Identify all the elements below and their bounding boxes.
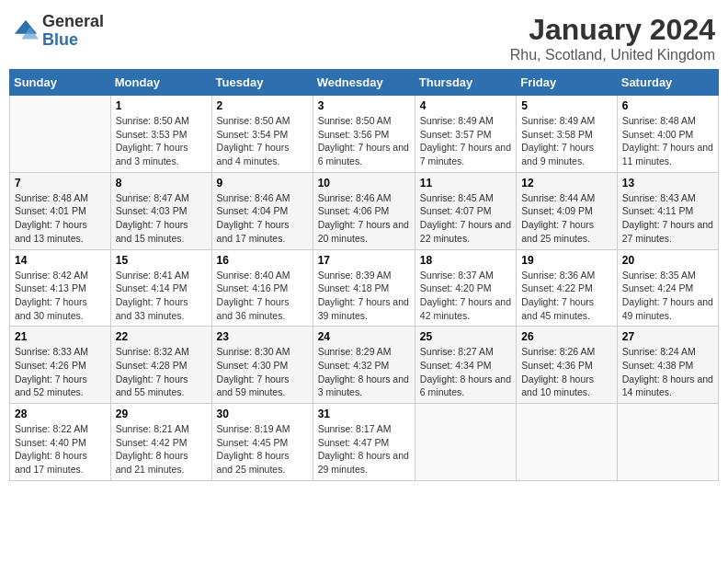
day-header-monday: Monday xyxy=(110,70,211,96)
day-number: 27 xyxy=(622,330,713,343)
day-number: 26 xyxy=(521,330,612,343)
day-info: Sunrise: 8:30 AMSunset: 4:30 PMDaylight:… xyxy=(217,346,290,397)
day-number: 24 xyxy=(318,330,410,343)
day-number: 31 xyxy=(318,408,410,420)
calendar-cell: 17Sunrise: 8:39 AMSunset: 4:18 PMDayligh… xyxy=(313,249,415,327)
day-info: Sunrise: 8:32 AMSunset: 4:28 PMDaylight:… xyxy=(116,346,189,397)
calendar-cell: 14Sunrise: 8:42 AMSunset: 4:13 PMDayligh… xyxy=(10,249,111,327)
day-number: 21 xyxy=(15,330,106,343)
calendar-cell: 6Sunrise: 8:48 AMSunset: 4:00 PMDaylight… xyxy=(617,96,718,173)
logo-icon xyxy=(13,18,39,44)
logo-general: General xyxy=(42,13,104,31)
calendar-cell: 9Sunrise: 8:46 AMSunset: 4:04 PMDaylight… xyxy=(211,172,313,249)
day-info: Sunrise: 8:17 AMSunset: 4:47 PMDaylight:… xyxy=(318,423,409,475)
calendar-cell xyxy=(10,96,111,173)
day-info: Sunrise: 8:45 AMSunset: 4:07 PMDaylight:… xyxy=(420,192,511,244)
day-info: Sunrise: 8:40 AMSunset: 4:16 PMDaylight:… xyxy=(217,270,290,321)
day-number: 25 xyxy=(420,330,511,343)
day-info: Sunrise: 8:43 AMSunset: 4:11 PMDaylight:… xyxy=(622,192,713,244)
calendar-cell: 7Sunrise: 8:48 AMSunset: 4:01 PMDaylight… xyxy=(10,172,111,249)
header: General Blue January 2024 Rhu, Scotland,… xyxy=(9,9,719,63)
header-row: SundayMondayTuesdayWednesdayThursdayFrid… xyxy=(10,70,719,96)
calendar-cell: 26Sunrise: 8:26 AMSunset: 4:36 PMDayligh… xyxy=(517,327,618,404)
day-number: 12 xyxy=(521,177,612,190)
day-info: Sunrise: 8:24 AMSunset: 4:38 PMDaylight:… xyxy=(622,346,713,397)
day-number: 29 xyxy=(116,408,207,420)
day-info: Sunrise: 8:19 AMSunset: 4:45 PMDaylight:… xyxy=(217,423,290,475)
day-info: Sunrise: 8:48 AMSunset: 4:01 PMDaylight:… xyxy=(15,192,88,244)
calendar-cell xyxy=(617,404,718,481)
day-header-friday: Friday xyxy=(517,70,618,96)
logo-blue: Blue xyxy=(42,31,104,50)
day-number: 2 xyxy=(217,99,308,112)
day-number: 23 xyxy=(217,330,308,343)
week-row-2: 7Sunrise: 8:48 AMSunset: 4:01 PMDaylight… xyxy=(10,172,719,249)
day-info: Sunrise: 8:27 AMSunset: 4:34 PMDaylight:… xyxy=(420,346,511,397)
day-info: Sunrise: 8:44 AMSunset: 4:09 PMDaylight:… xyxy=(521,192,595,244)
calendar-cell: 30Sunrise: 8:19 AMSunset: 4:45 PMDayligh… xyxy=(211,404,313,481)
day-number: 5 xyxy=(521,99,612,112)
day-number: 8 xyxy=(116,177,207,190)
calendar-cell: 20Sunrise: 8:35 AMSunset: 4:24 PMDayligh… xyxy=(617,249,718,327)
logo: General Blue xyxy=(13,13,104,50)
calendar-cell: 23Sunrise: 8:30 AMSunset: 4:30 PMDayligh… xyxy=(211,327,313,404)
day-info: Sunrise: 8:37 AMSunset: 4:20 PMDaylight:… xyxy=(420,270,511,321)
day-info: Sunrise: 8:42 AMSunset: 4:13 PMDaylight:… xyxy=(15,270,88,321)
calendar-cell: 19Sunrise: 8:36 AMSunset: 4:22 PMDayligh… xyxy=(517,249,618,327)
calendar-cell: 28Sunrise: 8:22 AMSunset: 4:40 PMDayligh… xyxy=(10,404,111,481)
day-header-wednesday: Wednesday xyxy=(313,70,415,96)
day-info: Sunrise: 8:35 AMSunset: 4:24 PMDaylight:… xyxy=(622,270,713,321)
calendar-cell: 1Sunrise: 8:50 AMSunset: 3:53 PMDaylight… xyxy=(110,96,211,173)
calendar-cell: 21Sunrise: 8:33 AMSunset: 4:26 PMDayligh… xyxy=(10,327,111,404)
calendar-cell: 25Sunrise: 8:27 AMSunset: 4:34 PMDayligh… xyxy=(415,327,516,404)
calendar-cell: 12Sunrise: 8:44 AMSunset: 4:09 PMDayligh… xyxy=(517,172,618,249)
day-number: 30 xyxy=(217,408,308,420)
day-number: 7 xyxy=(15,177,106,190)
week-row-5: 28Sunrise: 8:22 AMSunset: 4:40 PMDayligh… xyxy=(10,404,719,481)
week-row-4: 21Sunrise: 8:33 AMSunset: 4:26 PMDayligh… xyxy=(10,327,719,404)
calendar-cell: 13Sunrise: 8:43 AMSunset: 4:11 PMDayligh… xyxy=(617,172,718,249)
calendar-cell: 22Sunrise: 8:32 AMSunset: 4:28 PMDayligh… xyxy=(110,327,211,404)
calendar-cell: 5Sunrise: 8:49 AMSunset: 3:58 PMDaylight… xyxy=(517,96,618,173)
week-row-1: 1Sunrise: 8:50 AMSunset: 3:53 PMDaylight… xyxy=(10,96,719,173)
day-info: Sunrise: 8:39 AMSunset: 4:18 PMDaylight:… xyxy=(318,270,409,321)
week-row-3: 14Sunrise: 8:42 AMSunset: 4:13 PMDayligh… xyxy=(10,249,719,327)
day-number: 19 xyxy=(521,254,612,267)
day-info: Sunrise: 8:47 AMSunset: 4:03 PMDaylight:… xyxy=(116,192,189,244)
day-info: Sunrise: 8:50 AMSunset: 3:54 PMDaylight:… xyxy=(217,115,290,167)
calendar-table: SundayMondayTuesdayWednesdayThursdayFrid… xyxy=(9,69,719,481)
day-info: Sunrise: 8:46 AMSunset: 4:06 PMDaylight:… xyxy=(318,192,409,244)
day-number: 22 xyxy=(116,330,207,343)
day-number: 4 xyxy=(420,99,511,112)
day-number: 9 xyxy=(217,177,308,190)
calendar-cell: 15Sunrise: 8:41 AMSunset: 4:14 PMDayligh… xyxy=(110,249,211,327)
day-number: 13 xyxy=(622,177,713,190)
day-number: 3 xyxy=(318,99,410,112)
title-area: January 2024 Rhu, Scotland, United Kingd… xyxy=(510,13,715,63)
day-number: 11 xyxy=(420,177,511,190)
main-title: January 2024 xyxy=(510,13,715,47)
day-header-saturday: Saturday xyxy=(617,70,718,96)
day-header-thursday: Thursday xyxy=(415,70,516,96)
calendar-cell: 10Sunrise: 8:46 AMSunset: 4:06 PMDayligh… xyxy=(313,172,415,249)
calendar-cell: 27Sunrise: 8:24 AMSunset: 4:38 PMDayligh… xyxy=(617,327,718,404)
day-info: Sunrise: 8:22 AMSunset: 4:40 PMDaylight:… xyxy=(15,423,88,475)
calendar-cell: 16Sunrise: 8:40 AMSunset: 4:16 PMDayligh… xyxy=(211,249,313,327)
day-info: Sunrise: 8:21 AMSunset: 4:42 PMDaylight:… xyxy=(116,423,189,475)
day-info: Sunrise: 8:26 AMSunset: 4:36 PMDaylight:… xyxy=(521,346,595,397)
calendar-cell: 18Sunrise: 8:37 AMSunset: 4:20 PMDayligh… xyxy=(415,249,516,327)
day-info: Sunrise: 8:50 AMSunset: 3:56 PMDaylight:… xyxy=(318,115,409,167)
day-info: Sunrise: 8:41 AMSunset: 4:14 PMDaylight:… xyxy=(116,270,189,321)
day-number: 6 xyxy=(622,99,713,112)
calendar-cell: 3Sunrise: 8:50 AMSunset: 3:56 PMDaylight… xyxy=(313,96,415,173)
day-info: Sunrise: 8:36 AMSunset: 4:22 PMDaylight:… xyxy=(521,270,595,321)
calendar-cell: 8Sunrise: 8:47 AMSunset: 4:03 PMDaylight… xyxy=(110,172,211,249)
day-number: 17 xyxy=(318,254,410,267)
day-info: Sunrise: 8:29 AMSunset: 4:32 PMDaylight:… xyxy=(318,346,409,397)
logo-text: General Blue xyxy=(42,13,104,50)
calendar-cell: 31Sunrise: 8:17 AMSunset: 4:47 PMDayligh… xyxy=(313,404,415,481)
day-info: Sunrise: 8:50 AMSunset: 3:53 PMDaylight:… xyxy=(116,115,189,167)
calendar-cell: 11Sunrise: 8:45 AMSunset: 4:07 PMDayligh… xyxy=(415,172,516,249)
day-number: 10 xyxy=(318,177,410,190)
calendar-cell xyxy=(517,404,618,481)
